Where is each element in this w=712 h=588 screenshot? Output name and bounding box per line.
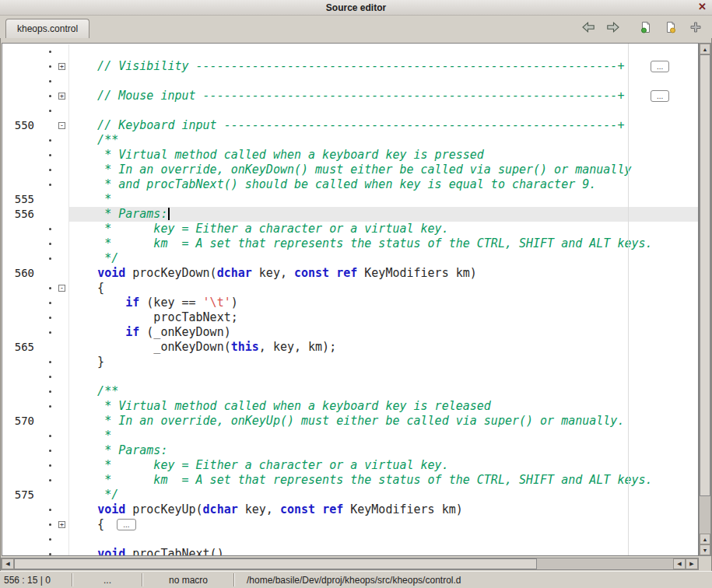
fold-collapse-icon[interactable]: - xyxy=(58,122,65,129)
fold-ellipsis-button[interactable]: ... xyxy=(651,61,669,72)
vertical-scroll-track[interactable] xyxy=(700,54,710,534)
code-text[interactable]: // Keyboard input ----------------------… xyxy=(69,118,698,133)
code-text[interactable] xyxy=(69,74,698,89)
code-line[interactable]: * km = A set that represents the status … xyxy=(2,236,698,251)
code-text[interactable]: // Mouse input -------------------------… xyxy=(69,89,698,103)
code-text[interactable]: } xyxy=(69,355,698,369)
code-line[interactable] xyxy=(2,369,698,384)
fold-toggle[interactable]: + xyxy=(57,59,69,74)
code-line[interactable]: void procTabNext() xyxy=(2,547,698,556)
code-line[interactable]: * xyxy=(2,429,698,443)
code-line[interactable]: 556 * Params: xyxy=(2,207,698,222)
code-text[interactable]: * xyxy=(69,192,698,207)
code-line[interactable]: * key = Either a character or a virtual … xyxy=(2,222,698,236)
code-text[interactable]: void procKeyUp(dchar key, const ref KeyM… xyxy=(69,502,698,517)
code-text[interactable] xyxy=(69,44,698,59)
horizontal-scroll-track[interactable] xyxy=(14,558,673,569)
code-line[interactable]: /** xyxy=(2,133,698,148)
code-line[interactable]: + // Visibility ------------------------… xyxy=(2,59,698,74)
code-text[interactable]: /** xyxy=(69,384,698,399)
code-text[interactable]: * and procTabNext() should be called whe… xyxy=(69,177,698,192)
code-line[interactable] xyxy=(2,103,698,118)
code-text[interactable]: if (_onKeyDown) xyxy=(69,325,698,340)
save-file-button[interactable] xyxy=(637,19,654,35)
code-text[interactable]: // Visibility --------------------------… xyxy=(69,59,698,74)
tab-kheops-control[interactable]: kheops.control xyxy=(5,19,89,38)
code-text[interactable]: * key = Either a character or a virtual … xyxy=(69,222,698,236)
code-area[interactable]: + // Visibility ------------------------… xyxy=(2,44,698,555)
horizontal-scroll-thumb[interactable] xyxy=(14,558,537,569)
code-line[interactable]: * km = A set that represents the status … xyxy=(2,473,698,488)
scroll-left-icon[interactable]: ◀ xyxy=(2,558,14,569)
code-line[interactable] xyxy=(2,532,698,547)
code-text[interactable] xyxy=(69,369,698,384)
code-text[interactable]: * xyxy=(69,429,698,443)
code-line[interactable]: * key = Either a character or a virtual … xyxy=(2,458,698,473)
code-line[interactable]: 570 * In an override, onKeyUp() must eit… xyxy=(2,414,698,429)
code-line[interactable] xyxy=(2,74,698,89)
code-text[interactable]: * In an override, onKeyUp() must either … xyxy=(69,414,698,429)
fold-toggle[interactable]: - xyxy=(57,281,69,296)
code-text[interactable] xyxy=(69,532,698,547)
code-text[interactable]: * km = A set that represents the status … xyxy=(69,473,698,488)
code-text[interactable]: _onKeyDown(this, key, km); xyxy=(69,340,698,355)
code-text[interactable]: void procKeyDown(dchar key, const ref Ke… xyxy=(69,266,698,281)
fold-collapse-icon[interactable]: - xyxy=(58,285,65,292)
horizontal-scrollbar[interactable]: ◀ ◀ ▶ xyxy=(1,558,699,570)
code-line[interactable]: if (_onKeyDown) xyxy=(2,325,698,340)
scroll-up-icon[interactable]: ▲ xyxy=(700,44,710,54)
fold-ellipsis-button[interactable]: ... xyxy=(651,90,669,102)
scroll-left-secondary-icon[interactable]: ◀ xyxy=(673,558,686,569)
scroll-down-icon[interactable]: ▼ xyxy=(700,544,710,555)
fold-ellipsis-button[interactable]: ... xyxy=(117,519,135,530)
code-line[interactable]: 575 */ xyxy=(2,488,698,502)
vertical-scroll-thumb[interactable] xyxy=(700,54,710,496)
code-line[interactable]: * and procTabNext() should be called whe… xyxy=(2,177,698,192)
code-text[interactable]: procTabNext; xyxy=(69,310,698,325)
fold-toggle[interactable]: + xyxy=(57,517,69,532)
code-line[interactable]: * Params: xyxy=(2,443,698,458)
code-line[interactable]: 555 * xyxy=(2,192,698,207)
code-text[interactable]: if (key == '\t') xyxy=(69,296,698,310)
scroll-right-icon[interactable]: ▶ xyxy=(686,558,698,569)
fold-expand-icon[interactable]: + xyxy=(58,63,65,70)
code-text[interactable]: * Params: xyxy=(69,207,698,222)
code-text[interactable]: * Virtual method called when a keyboard … xyxy=(69,399,698,414)
code-line[interactable]: + {... xyxy=(2,517,698,532)
code-line[interactable]: + // Mouse input -----------------------… xyxy=(2,89,698,103)
code-text[interactable]: * Params: xyxy=(69,443,698,458)
nav-forward-button[interactable] xyxy=(605,19,622,35)
fold-toggle[interactable]: - xyxy=(57,118,69,133)
save-file-as-button[interactable] xyxy=(662,19,679,35)
code-editor[interactable]: + // Visibility ------------------------… xyxy=(2,43,699,556)
vertical-scrollbar[interactable]: ▲ ▲ ▼ xyxy=(699,43,711,556)
code-line[interactable]: 565 _onKeyDown(this, key, km); xyxy=(2,340,698,355)
code-text[interactable]: /** xyxy=(69,133,698,148)
title-bar[interactable]: Source editor ✕ xyxy=(0,0,712,16)
code-text[interactable]: */ xyxy=(69,488,698,502)
code-line[interactable]: * Virtual method called when a keyboard … xyxy=(2,399,698,414)
code-line[interactable]: if (key == '\t') xyxy=(2,296,698,310)
code-text[interactable] xyxy=(69,103,698,118)
code-text[interactable]: { xyxy=(69,281,698,296)
code-text[interactable]: */ xyxy=(69,251,698,266)
code-line[interactable]: 550- // Keyboard input -----------------… xyxy=(2,118,698,133)
code-text[interactable]: * Virtual method called when a keyboard … xyxy=(69,148,698,163)
code-line[interactable]: * In an override, onKeyDown() must eithe… xyxy=(2,163,698,177)
code-line[interactable]: * Virtual method called when a keyboard … xyxy=(2,148,698,163)
code-line[interactable]: - { xyxy=(2,281,698,296)
nav-back-button[interactable] xyxy=(580,19,597,35)
code-text[interactable]: * km = A set that represents the status … xyxy=(69,236,698,251)
code-text[interactable]: void procTabNext() xyxy=(69,547,698,556)
code-line[interactable]: } xyxy=(2,355,698,369)
code-text[interactable]: * key = Either a character or a virtual … xyxy=(69,458,698,473)
fold-toggle[interactable]: + xyxy=(57,89,69,103)
code-line[interactable]: void procKeyUp(dchar key, const ref KeyM… xyxy=(2,502,698,517)
code-line[interactable]: */ xyxy=(2,251,698,266)
code-line[interactable]: procTabNext; xyxy=(2,310,698,325)
scroll-up-secondary-icon[interactable]: ▲ xyxy=(700,534,710,544)
code-line[interactable] xyxy=(2,44,698,59)
fold-expand-icon[interactable]: + xyxy=(58,521,65,528)
code-text[interactable]: {... xyxy=(69,517,698,532)
detach-editor-button[interactable] xyxy=(687,19,704,35)
